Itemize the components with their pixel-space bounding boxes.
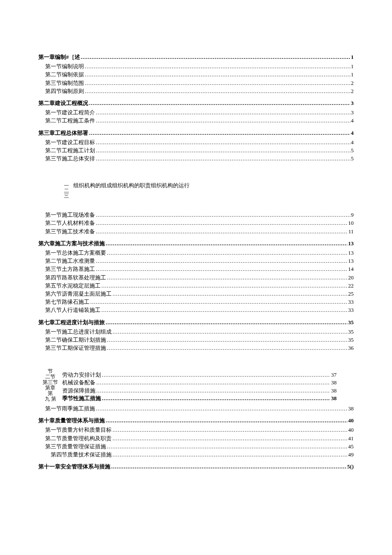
toc-page-number: 1 xyxy=(351,63,354,70)
toc-leader-dots xyxy=(96,219,347,227)
cluster-left-stack: 节二节第三节第章第九 第 xyxy=(38,369,62,402)
toc-page-number: 25 xyxy=(348,290,354,298)
toc-section: 第三节质量管理保证措施45 xyxy=(38,443,354,450)
toc-page-number: 13 xyxy=(348,257,354,265)
toc-page-number: 35 xyxy=(348,328,354,336)
toc-page-number: 22 xyxy=(348,282,354,290)
fragment-marker: 三 xyxy=(64,193,69,198)
toc-page-number: 38 xyxy=(331,379,337,386)
toc-section: 机械设备配备38 xyxy=(62,379,354,386)
toc-page-number: 38 xyxy=(348,405,354,413)
toc-leader-dots xyxy=(102,371,330,379)
toc-label: 第七节路缘石施工 xyxy=(45,298,89,306)
toc-leader-dots xyxy=(112,426,347,434)
toc-label: 劳动力安排计划 xyxy=(62,371,101,379)
toc-leader-dots xyxy=(85,71,350,78)
toc-label: 第五节水泥稳定层施工 xyxy=(45,282,101,290)
toc-leader-dots xyxy=(96,155,350,163)
toc-section: 第五节水泥稳定层施工22 xyxy=(38,282,354,290)
toc-page-number: 4 xyxy=(351,129,354,137)
toc-label: 第一节雨季施工措施 xyxy=(45,405,95,413)
toc-label: 第一节编制说明 xyxy=(45,63,84,70)
toc-section: 第四节质量技术保证措施49 xyxy=(38,451,354,459)
toc-leader-dots xyxy=(96,211,350,219)
toc-label: 季节性施工措施 xyxy=(62,395,101,402)
toc-misaligned-cluster: 节二节第三节第章第九 第劳动力安排计划37机械设备配备38资源保障措施38季节性… xyxy=(38,371,354,402)
toc-label: 第三节工期保证管理措施 xyxy=(45,344,106,352)
toc-leader-dots xyxy=(107,336,347,344)
toc-page-number: 33 xyxy=(348,306,354,314)
toc-section: 第一节建设工程目标4 xyxy=(38,139,354,146)
toc-label: 第一节施工总进度计划组成 xyxy=(45,328,112,336)
toc-page-number: 38 xyxy=(331,395,337,402)
toc-page-number: 20 xyxy=(348,274,354,282)
toc-page-number: 38 xyxy=(331,387,337,395)
toc-section: 第七节路缘石施工33 xyxy=(38,298,354,306)
toc-leader-dots xyxy=(96,109,350,116)
toc-section: 第三节土方路基施工14 xyxy=(38,265,354,273)
toc-page-number: 40 xyxy=(348,426,354,434)
toc-label: 第三节编制范围 xyxy=(45,79,84,87)
toc-chapter: 第十章质量管理体系与措施40 xyxy=(38,417,354,424)
toc-page-number: 13 xyxy=(348,240,354,247)
toc-label: 第七章工程进度计划与措旅 xyxy=(38,319,105,326)
toc-page-number: 2 xyxy=(351,87,354,95)
toc-page-number: 11 xyxy=(348,228,354,235)
toc-chapter: 第十一章安全管理体系与措施5() xyxy=(38,463,354,471)
toc-chapter: 第六章施工方案与技术措施13 xyxy=(38,240,354,247)
toc-leader-dots xyxy=(112,290,347,298)
toc-leader-dots xyxy=(111,463,346,471)
toc-fragment-block: 一二三组织机构的组成组织机构的职责组织机构的运行 xyxy=(38,182,354,198)
toc-chapter: 第二章建设工程概况3 xyxy=(38,99,354,107)
toc-section: 第一节建设工程简介3 xyxy=(38,109,354,116)
toc-leader-dots xyxy=(96,405,347,413)
toc-section: 第三节编制范围2 xyxy=(38,79,354,87)
toc-chapter: 第一章编制#［述1 xyxy=(38,53,354,61)
toc-label: 第八节人行道铺装施工 xyxy=(45,306,101,314)
toc-label: 机械设备配备 xyxy=(62,379,95,386)
toc-leader-dots xyxy=(107,344,347,352)
toc-leader-dots xyxy=(85,87,350,95)
toc-page-number: 4 xyxy=(351,117,354,125)
toc-leader-dots xyxy=(96,379,330,386)
toc-leader-dots xyxy=(112,328,347,336)
toc-page-number: 41 xyxy=(348,435,354,442)
toc-leader-dots xyxy=(106,417,347,424)
toc-section: 第四节路基软基处理施工20 xyxy=(38,274,354,282)
toc-label: 第三节施工技术准备 xyxy=(45,228,95,235)
toc-label: 第三节质量管理保证措施 xyxy=(45,443,106,450)
toc-label: 第一节施工现场准备 xyxy=(45,211,95,219)
toc-label: 第二节工程施工条件 xyxy=(45,117,95,125)
toc-label: 第十一章安全管理体系与措施 xyxy=(38,463,110,471)
toc-label: 第二节人机材料准备 xyxy=(45,219,95,227)
toc-leader-dots xyxy=(96,257,347,265)
toc-section: 第三节工期保证管理措施36 xyxy=(38,344,354,352)
toc-section: 第二节确保工期计划措施35 xyxy=(38,336,354,344)
toc-page-number: 14 xyxy=(348,265,354,273)
toc-leader-dots xyxy=(101,306,347,314)
toc-page-number: 4 xyxy=(351,139,354,146)
toc-page-number: 5() xyxy=(347,463,354,471)
toc-page-number: 3 xyxy=(351,99,354,107)
toc-page-number: 3 xyxy=(351,109,354,116)
toc-leader-dots xyxy=(89,99,350,107)
cluster-right-col: 劳动力安排计划37机械设备配备38资源保障措施38季节性施工措施38 xyxy=(62,371,354,402)
toc-chapter: 季节性施工措施38 xyxy=(62,395,354,402)
toc-leader-dots xyxy=(107,274,347,282)
toc-page-number: 36 xyxy=(348,344,354,352)
toc-leader-dots xyxy=(96,387,330,395)
toc-label: 第二节编制依据 xyxy=(45,71,84,78)
toc-section: 第一节质量方针和质量目标40 xyxy=(38,426,354,434)
toc-label: 第四节路基软基处理施工 xyxy=(45,274,106,282)
toc-label: 第三节土方路基施工 xyxy=(45,265,95,273)
toc-page-number: 5 xyxy=(351,155,354,163)
toc-label: 第二节质量管理机构及职责 xyxy=(45,435,112,442)
toc-label: 第一节建设工程目标 xyxy=(45,139,95,146)
toc-section: 第八节人行道铺装施工33 xyxy=(38,306,354,314)
toc-section: 第一节雨季施工措施38 xyxy=(38,405,354,413)
toc-leader-dots xyxy=(102,395,330,402)
toc-leader-dots xyxy=(89,129,350,137)
toc-section: 第一节施工总进度计划组成35 xyxy=(38,328,354,336)
toc-section: 第四节编制原则2 xyxy=(38,87,354,95)
fragment-text: 组织机构的组成组织机构的职责组织机构的运行 xyxy=(73,182,190,189)
